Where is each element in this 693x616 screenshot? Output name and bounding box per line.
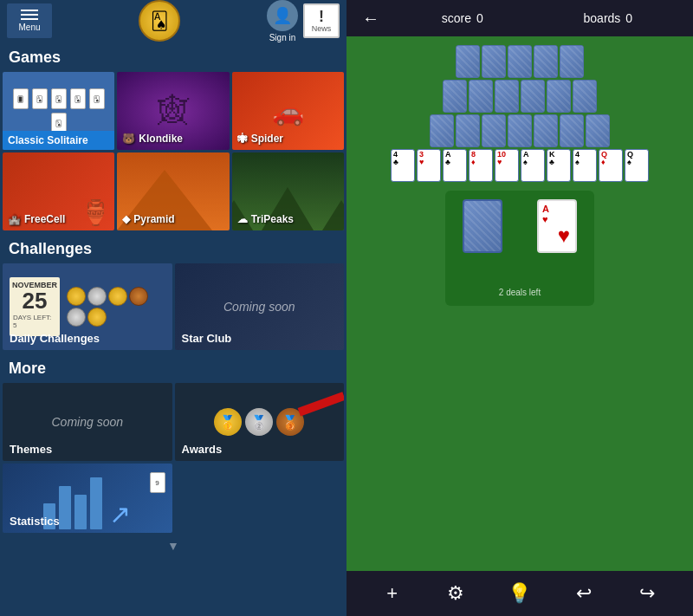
statistics-label: Statistics — [10, 515, 60, 528]
game-tile-classic[interactable]: 🂠 🂡 🂢 🂣 🂤 🂥 Classic Solitaire — [3, 72, 114, 150]
freecell-icon: 🏰 — [8, 213, 21, 225]
game-topbar: ← score 0 boards 0 — [346, 0, 693, 36]
menu-button[interactable]: Menu — [7, 3, 52, 38]
game-tile-pyramid[interactable]: ◆ Pyramid — [117, 152, 229, 230]
coin-silver-2 — [67, 308, 86, 327]
spider-art-icon: 🚗 — [272, 96, 304, 126]
right-panel: ← score 0 boards 0 — [346, 0, 693, 616]
classic-label: Classic Solitaire — [8, 134, 88, 146]
awards-label: Awards — [182, 443, 223, 456]
themes-coming-soon: Coming soon — [52, 415, 124, 429]
card-fd-2-3[interactable] — [495, 80, 519, 113]
boards-label: boards — [584, 11, 621, 25]
waste-pile[interactable]: A ♥ ♥ — [537, 199, 577, 253]
header-right: 👤 Sign in ! News — [267, 0, 340, 42]
game-tile-klondike[interactable]: 🕸 🐻 Klondike — [117, 72, 229, 150]
card-mini: 🂣 — [70, 88, 86, 109]
back-button[interactable]: ← — [357, 9, 385, 29]
add-icon: + — [386, 582, 398, 605]
challenges-section-title: Challenges — [0, 233, 346, 263]
themes-label: Themes — [10, 443, 52, 456]
medal-silver: 🥈 — [245, 408, 273, 436]
news-button[interactable]: ! News — [303, 3, 340, 38]
card-qd[interactable]: Q ♦ — [599, 149, 623, 182]
score-display: score 0 — [442, 11, 483, 25]
klondike-icon: 🐻 — [122, 133, 135, 145]
card-kc[interactable]: K ♣ — [547, 149, 571, 182]
card-fd-3-3[interactable] — [482, 114, 506, 147]
deal-button[interactable]: ↩ — [565, 574, 603, 613]
card-fd-2-1[interactable] — [443, 80, 467, 113]
challenge-tile-starclub[interactable]: Coming soon Star Club — [175, 263, 345, 350]
tripeaks-icon: ☁ — [237, 213, 248, 225]
score-value: 0 — [476, 11, 483, 25]
card-suit: ♦ — [601, 159, 606, 166]
card-qs[interactable]: Q ♠ — [625, 149, 649, 182]
game-tile-spider[interactable]: 🚗 🕷 Spider — [232, 72, 344, 150]
card-fd-1-4[interactable] — [534, 45, 558, 78]
spider-icon: 🕷 — [237, 133, 248, 145]
card-mini: 🂢 — [51, 88, 67, 109]
more-tile-awards[interactable]: 🥇 🥈 🥉 Awards — [175, 383, 345, 461]
deal-cards-row: A ♥ ♥ — [463, 199, 577, 253]
medal-gold: 🥇 — [214, 408, 242, 436]
card-fd-3-4[interactable] — [508, 114, 532, 147]
card-fd-3-6[interactable] — [560, 114, 584, 147]
more-tile-themes[interactable]: Coming soon Themes — [3, 383, 172, 461]
card-fd-1-3[interactable] — [508, 45, 532, 78]
card-as[interactable]: A ♠ — [521, 149, 545, 182]
card-8d[interactable]: 8 ♦ — [469, 149, 493, 182]
stat-bar-3 — [74, 495, 87, 529]
card-fd-1-1[interactable] — [456, 45, 480, 78]
card-row-2 — [443, 80, 597, 113]
card-fd-2-2[interactable] — [469, 80, 493, 113]
stock-pile[interactable] — [463, 199, 502, 253]
card-fd-3-7[interactable] — [586, 114, 610, 147]
card-fd-2-5[interactable] — [547, 80, 571, 113]
card-3h[interactable]: 3 ♥ — [417, 149, 441, 182]
card-suit: ♦ — [471, 159, 476, 166]
avatar: 👤 — [267, 0, 298, 31]
card-row-face-up: 4 ♣ 3 ♥ A ♣ 8 ♦ 10 ♥ — [391, 149, 649, 182]
game-tile-tripeaks[interactable]: ☁ TriPeaks — [232, 152, 344, 230]
settings-button[interactable]: ⚙ — [437, 574, 475, 613]
deals-left-text: 2 deals left — [499, 288, 541, 297]
coin-gold-1 — [67, 287, 86, 306]
card-10h[interactable]: 10 ♥ — [495, 149, 519, 182]
card-fd-1-2[interactable] — [482, 45, 506, 78]
coin-group — [67, 287, 165, 327]
card-fd-3-2[interactable] — [456, 114, 480, 147]
challenge-tile-daily[interactable]: NOVEMBER 25 DAYS LEFT: 5 Daily Challenge… — [3, 263, 172, 350]
sign-in-button[interactable]: 👤 Sign in — [267, 0, 298, 42]
card-4c[interactable]: 4 ♣ — [391, 149, 415, 182]
more-tile-statistics[interactable]: ↗ 9 Statistics — [3, 464, 172, 533]
menu-label: Menu — [18, 23, 40, 32]
cal-days-left: DAYS LEFT: 5 — [13, 314, 56, 329]
scroll-indicator: ▼ — [0, 535, 346, 556]
undo-button[interactable]: ↪ — [628, 574, 666, 613]
daily-challenge-label: Daily Challenges — [10, 332, 100, 345]
game-tile-freecell[interactable]: 🏺 🏰 FreeCell — [3, 152, 114, 230]
hint-button[interactable]: 💡 — [501, 574, 539, 613]
card-fd-2-6[interactable] — [573, 80, 597, 113]
undo-icon: ↪ — [639, 582, 655, 605]
card-fd-3-1[interactable] — [430, 114, 454, 147]
add-button[interactable]: + — [373, 574, 411, 613]
tripeaks-tile-label: ☁ TriPeaks — [237, 213, 294, 225]
score-label: score — [442, 11, 471, 25]
mountain-right — [322, 200, 344, 230]
card-ac[interactable]: A ♣ — [443, 149, 467, 182]
card-4s[interactable]: 4 ♠ — [573, 149, 597, 182]
stat-bar-4 — [90, 477, 102, 529]
left-panel: Menu 🂡 👤 Sign in ! News Games 🂠 🂡 � — [0, 0, 346, 616]
card-fd-2-4[interactable] — [521, 80, 545, 113]
card-mini: 🂤 — [89, 88, 105, 109]
card-fd-3-5[interactable] — [534, 114, 558, 147]
news-label: News — [312, 24, 332, 33]
more-section-title: More — [0, 353, 346, 383]
deal-icon: ↩ — [576, 582, 592, 605]
card-suit: ♠ — [523, 159, 528, 166]
card-fd-1-5[interactable] — [560, 45, 584, 78]
app-logo: 🂡 — [139, 0, 180, 42]
pyramid-tile-label: ◆ Pyramid — [122, 213, 174, 225]
